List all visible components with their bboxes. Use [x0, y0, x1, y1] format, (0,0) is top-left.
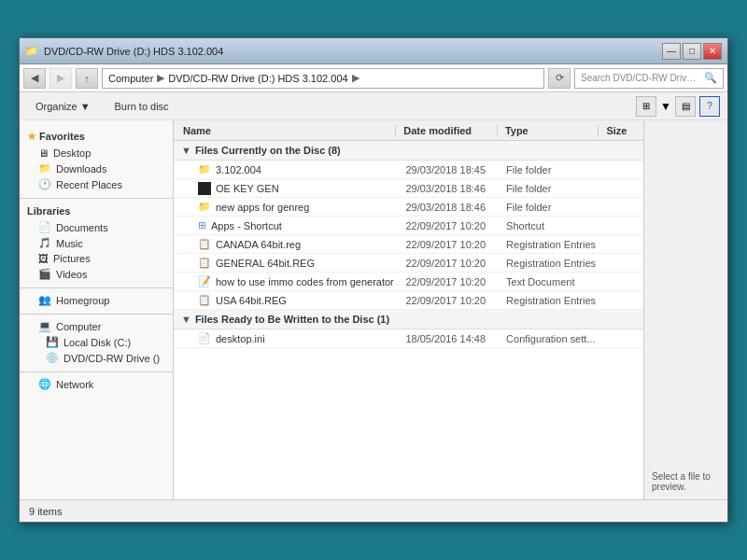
- file-date-cell: 29/03/2018 18:46: [398, 183, 499, 194]
- pictures-icon: 🖼: [38, 253, 49, 264]
- folder-dark-icon: [198, 182, 211, 195]
- sidebar-item-downloads[interactable]: 📁 Downloads: [20, 161, 173, 176]
- sidebar-item-videos[interactable]: 🎬 Videos: [20, 266, 173, 282]
- table-row[interactable]: OE KEY GEN 29/03/2018 18:46 File folder: [174, 179, 643, 198]
- up-button[interactable]: ↑: [76, 68, 98, 89]
- table-row[interactable]: 📁 new apps for genreg 29/03/2018 18:46 F…: [174, 198, 643, 217]
- window-controls: — □ ✕: [662, 43, 722, 60]
- file-type-cell: File folder: [499, 164, 599, 175]
- libraries-section: Libraries 📄 Documents 🎵 Music 🖼 Pictures…: [20, 203, 173, 282]
- table-row[interactable]: 📝 how to use immo codes from generator .…: [174, 273, 643, 291]
- status-bar: 9 items: [20, 499, 727, 522]
- main-content: ★ Favorites 🖥 Desktop 📁 Downloads 🕐 Rece…: [20, 120, 727, 499]
- search-placeholder: Search DVD/CD-RW Drive (D:) HDS 3...: [581, 73, 700, 83]
- search-icon: 🔍: [704, 72, 717, 84]
- file-type-cell: File folder: [499, 183, 599, 194]
- file-date-cell: 22/09/2017 10:20: [398, 258, 499, 269]
- folder-icon: 📁: [198, 201, 211, 213]
- window-title: DVD/CD-RW Drive (D:) HDS 3.102.004: [44, 46, 223, 57]
- col-header-size[interactable]: Size: [599, 125, 643, 136]
- address-path[interactable]: Computer ▶ DVD/CD-RW Drive (D:) HDS 3.10…: [102, 68, 544, 89]
- minimize-button[interactable]: —: [662, 43, 681, 60]
- file-name-cell: 📄 desktop.ini: [174, 332, 398, 344]
- reg-icon: 📋: [198, 294, 211, 306]
- desktop-icon: 🖥: [38, 147, 49, 159]
- table-row[interactable]: 📋 CANADA 64bit.reg 22/09/2017 10:20 Regi…: [174, 235, 643, 254]
- reg-icon: 📋: [198, 238, 211, 250]
- sidebar-item-homegroup[interactable]: 👥 Homegroup: [20, 292, 173, 308]
- homegroup-section: 👥 Homegroup: [20, 292, 173, 308]
- homegroup-icon: 👥: [38, 294, 51, 306]
- file-date-cell: 22/09/2017 10:20: [398, 295, 499, 306]
- file-name-cell: 📁 new apps for genreg: [174, 201, 398, 213]
- txt-icon: 📝: [198, 275, 211, 287]
- title-bar-left: 📁 DVD/CD-RW Drive (D:) HDS 3.102.004: [25, 45, 223, 57]
- videos-icon: 🎬: [38, 268, 51, 280]
- organize-button[interactable]: Organize ▼: [27, 96, 99, 117]
- table-row[interactable]: 📁 3.102.004 29/03/2018 18:45 File folder: [174, 161, 643, 179]
- search-box[interactable]: Search DVD/CD-RW Drive (D:) HDS 3... 🔍: [574, 68, 724, 89]
- file-name-cell: ⊞ Apps - Shortcut: [174, 219, 398, 231]
- folder-icon: 📁: [25, 45, 38, 57]
- path-drive: DVD/CD-RW Drive (D:) HDS 3.102.004: [168, 73, 347, 84]
- preview-panel: Select a file to preview.: [643, 120, 727, 499]
- title-bar: 📁 DVD/CD-RW Drive (D:) HDS 3.102.004 — □…: [20, 38, 727, 64]
- file-name-cell: 📋 CANADA 64bit.reg: [174, 238, 398, 250]
- libraries-title: Libraries: [20, 203, 173, 219]
- file-name-cell: 📝 how to use immo codes from generator .…: [174, 275, 398, 287]
- sidebar-item-network[interactable]: 🌐 Network: [20, 376, 173, 392]
- file-name-cell: 📋 USA 64bit.REG: [174, 294, 398, 306]
- favorites-title: ★ Favorites: [20, 128, 173, 146]
- help-button[interactable]: ?: [699, 96, 720, 117]
- file-area: Name Date modified Type Size ▼ Files Cur…: [174, 120, 643, 499]
- chevron-down-icon: ▼: [80, 101, 91, 112]
- dvd-drive-icon: 💿: [46, 352, 59, 364]
- col-header-name[interactable]: Name: [174, 125, 396, 136]
- table-row[interactable]: 📋 GENERAL 64bit.REG 22/09/2017 10:20 Reg…: [174, 254, 643, 273]
- col-header-date[interactable]: Date modified: [396, 125, 498, 136]
- sidebar-item-pictures[interactable]: 🖼 Pictures: [20, 251, 173, 266]
- shortcut-icon: ⊞: [198, 219, 206, 231]
- local-disk-icon: 💾: [46, 336, 59, 348]
- refresh-button[interactable]: ⟳: [548, 68, 571, 89]
- forward-button[interactable]: ▶: [49, 68, 72, 89]
- explorer-window: 📁 DVD/CD-RW Drive (D:) HDS 3.102.004 — □…: [19, 37, 728, 523]
- file-type-cell: Registration Entries: [499, 258, 599, 269]
- computer-section: 💻 Computer 💾 Local Disk (C:) 💿 DVD/CD-RW…: [20, 318, 173, 366]
- file-date-cell: 18/05/2016 14:48: [398, 333, 499, 344]
- file-type-cell: Configuration sett...: [499, 333, 599, 344]
- sidebar-item-dvd-drive[interactable]: 💿 DVD/CD-RW Drive (): [20, 350, 173, 366]
- file-type-cell: Text Document: [499, 276, 599, 287]
- divider-4: [20, 371, 173, 372]
- table-row[interactable]: 📋 USA 64bit.REG 22/09/2017 10:20 Registr…: [174, 291, 643, 310]
- recent-icon: 🕐: [38, 178, 51, 190]
- music-icon: 🎵: [38, 237, 51, 249]
- item-count: 9 items: [29, 506, 62, 517]
- file-list: ▼ Files Currently on the Disc (8) 📁 3.10…: [174, 141, 643, 499]
- sidebar-item-computer[interactable]: 💻 Computer: [20, 318, 173, 334]
- table-row[interactable]: ⊞ Apps - Shortcut 22/09/2017 10:20 Short…: [174, 217, 643, 235]
- close-button[interactable]: ✕: [703, 43, 722, 60]
- reg-icon: 📋: [198, 257, 211, 269]
- back-button[interactable]: ◀: [23, 68, 46, 89]
- sidebar-item-documents[interactable]: 📄 Documents: [20, 219, 173, 235]
- sidebar-item-recent[interactable]: 🕐 Recent Places: [20, 176, 173, 192]
- file-name-cell: 📋 GENERAL 64bit.REG: [174, 257, 398, 269]
- view-change-button[interactable]: ⊞: [636, 96, 656, 117]
- sidebar-item-desktop[interactable]: 🖥 Desktop: [20, 146, 173, 161]
- preview-pane-button[interactable]: ▤: [675, 96, 696, 117]
- col-header-type[interactable]: Type: [498, 125, 599, 136]
- table-row[interactable]: 📄 desktop.ini 18/05/2016 14:48 Configura…: [174, 329, 643, 348]
- file-date-cell: 22/09/2017 10:20: [398, 239, 499, 250]
- maximize-button[interactable]: □: [683, 43, 701, 60]
- network-icon: 🌐: [38, 378, 51, 390]
- burn-button[interactable]: Burn to disc: [106, 96, 177, 117]
- toolbar: Organize ▼ Burn to disc ⊞ ▼ ▤ ?: [20, 92, 727, 120]
- sidebar-item-music[interactable]: 🎵 Music: [20, 235, 173, 251]
- sidebar-item-local-disk[interactable]: 💾 Local Disk (C:): [20, 334, 173, 350]
- group-header-ready: ▼ Files Ready to Be Written to the Disc …: [174, 310, 643, 329]
- file-type-cell: Registration Entries: [499, 239, 599, 250]
- file-date-cell: 29/03/2018 18:46: [398, 202, 499, 213]
- computer-icon: 💻: [38, 320, 51, 332]
- star-icon: ★: [27, 131, 36, 142]
